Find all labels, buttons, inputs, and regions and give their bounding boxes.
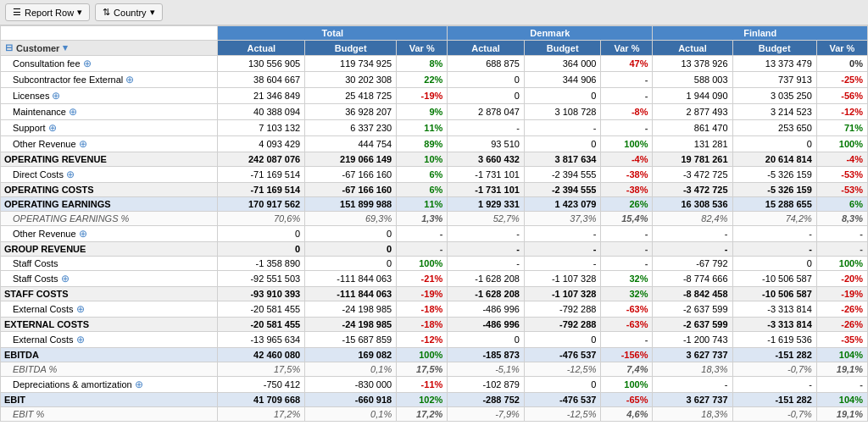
row-label: Depreciations & amortization⊕: [1, 377, 218, 393]
cell-0: -20 581 455: [218, 301, 305, 318]
cell-2: -19%: [397, 287, 448, 301]
cell-5: -8%: [601, 104, 653, 120]
row-label: Other Revenue⊕: [1, 136, 218, 152]
cell-0: 242 087 076: [218, 152, 305, 167]
cell-7: -0,7%: [732, 407, 816, 422]
row-label: EBITDA %: [1, 362, 218, 377]
cell-2: 9%: [397, 104, 448, 120]
cell-8: -4%: [816, 152, 867, 167]
cell-3: 2 878 047: [448, 104, 525, 120]
expand-icon[interactable]: ⊕: [79, 138, 87, 150]
cell-8: -19%: [816, 287, 867, 301]
cell-1: 119 734 925: [305, 56, 397, 72]
cell-8: -: [816, 377, 867, 393]
cell-4: -2 394 555: [524, 183, 601, 197]
table-row: OPERATING EARNINGS %70,6%69,3%1,3%52,7%3…: [1, 212, 868, 226]
cell-5: -: [601, 332, 653, 348]
row-label: Direct Costs⊕: [1, 167, 218, 183]
row-label: OPERATING COSTS: [1, 183, 218, 197]
expand-icon[interactable]: ⊕: [52, 90, 60, 102]
cell-0: -93 910 393: [218, 287, 305, 301]
expand-icon[interactable]: ⊕: [61, 273, 70, 285]
cell-1: 151 899 988: [305, 197, 397, 212]
country-label: Country: [114, 8, 147, 18]
cell-7: -3 313 814: [732, 318, 816, 332]
cell-4: 37,3%: [524, 212, 601, 226]
cell-6: -67 792: [653, 257, 732, 271]
cell-3: -: [448, 242, 525, 257]
expand-icon[interactable]: ⊕: [135, 379, 143, 390]
cell-2: -18%: [397, 318, 448, 332]
expand-icon[interactable]: ⊕: [125, 74, 134, 86]
cell-1: 219 066 149: [305, 152, 397, 167]
cell-1: -24 198 985: [305, 301, 397, 318]
cell-5: -156%: [601, 348, 653, 362]
cell-3: -486 996: [448, 301, 525, 318]
table-row: OPERATING EARNINGS170 917 562151 899 988…: [1, 197, 868, 212]
d-actual-header: Actual: [448, 41, 525, 56]
cell-3: 0: [448, 332, 525, 348]
country-button[interactable]: ⇅ Country ▾: [95, 3, 163, 21]
expand-icon[interactable]: ⊕: [76, 334, 85, 345]
cell-4: -12,5%: [524, 362, 601, 377]
expand-icon[interactable]: ⊕: [69, 106, 77, 118]
cell-7: 3 214 523: [732, 104, 816, 120]
cell-4: -1 107 328: [524, 287, 601, 301]
customer-label: Customer: [16, 43, 59, 53]
t-actual-header: Actual: [218, 41, 305, 56]
cell-4: -792 288: [524, 318, 601, 332]
cell-2: 10%: [397, 152, 448, 167]
cell-1: -111 844 063: [305, 287, 397, 301]
cell-5: -4%: [601, 152, 653, 167]
cell-4: 0: [524, 136, 601, 152]
cell-3: 3 660 432: [448, 152, 525, 167]
f-budget-header: Budget: [732, 41, 816, 56]
total-header: Total: [218, 26, 448, 41]
cell-8: 104%: [816, 348, 867, 362]
cell-2: 102%: [397, 393, 448, 407]
chevron-down-icon2: ▾: [150, 7, 155, 18]
cell-0: 170 917 562: [218, 197, 305, 212]
cell-1: -67 166 160: [305, 167, 397, 183]
cell-3: 1 929 331: [448, 197, 525, 212]
cell-5: -: [601, 242, 653, 257]
expand-icon[interactable]: ⊕: [48, 122, 57, 134]
cell-3: -7,9%: [448, 407, 525, 422]
chevron-down-icon: ▾: [77, 7, 82, 18]
cell-5: 4,6%: [601, 407, 653, 422]
row-label: Subcontractor fee External⊕: [1, 72, 218, 88]
cell-3: -288 752: [448, 393, 525, 407]
d-budget-header: Budget: [524, 41, 601, 56]
cell-8: -53%: [816, 167, 867, 183]
row-label: Consultation fee⊕: [1, 56, 218, 72]
cell-4: -476 537: [524, 393, 601, 407]
expand-icon[interactable]: ⊕: [79, 228, 87, 240]
cell-0: 42 460 080: [218, 348, 305, 362]
cell-0: -750 412: [218, 377, 305, 393]
cell-3: 688 875: [448, 56, 525, 72]
cell-0: 0: [218, 226, 305, 242]
sort-icon: ⇅: [103, 7, 110, 18]
cell-3: -486 996: [448, 318, 525, 332]
cell-7: 0: [732, 257, 816, 271]
cell-5: -65%: [601, 393, 653, 407]
cell-2: 8%: [397, 56, 448, 72]
cell-7: 20 614 814: [732, 152, 816, 167]
table-row: EXTERNAL COSTS-20 581 455-24 198 985-18%…: [1, 318, 868, 332]
table-row: EBIT41 709 668-660 918102%-288 752-476 5…: [1, 393, 868, 407]
expand-icon[interactable]: ⊕: [76, 303, 85, 315]
cell-1: 0: [305, 226, 397, 242]
expand-icon[interactable]: ⊕: [83, 58, 92, 69]
cell-4: 0: [524, 88, 601, 104]
cell-5: -: [601, 257, 653, 271]
cell-8: -26%: [816, 318, 867, 332]
cell-7: 253 650: [732, 120, 816, 136]
report-row-button[interactable]: ☰ Report Row ▾: [5, 3, 90, 21]
expand-icon[interactable]: ⊕: [66, 169, 75, 180]
cell-2: 22%: [397, 72, 448, 88]
cell-5: -: [601, 88, 653, 104]
cell-6: 2 877 493: [653, 104, 732, 120]
cell-1: 0,1%: [305, 407, 397, 422]
cell-8: 19,1%: [816, 362, 867, 377]
cell-6: -2 637 599: [653, 318, 732, 332]
